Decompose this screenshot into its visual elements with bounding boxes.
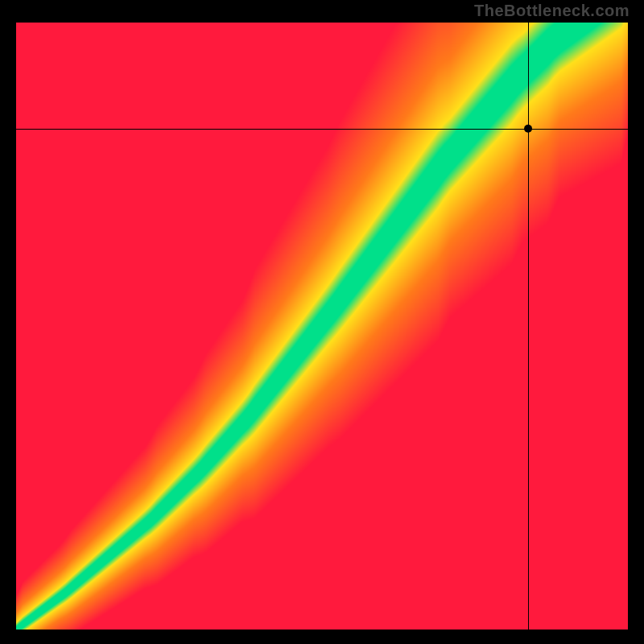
watermark-text: TheBottleneck.com [474, 2, 630, 20]
bottleneck-heatmap [16, 23, 628, 630]
chart-frame: TheBottleneck.com [0, 0, 644, 644]
plot-area [16, 23, 628, 630]
